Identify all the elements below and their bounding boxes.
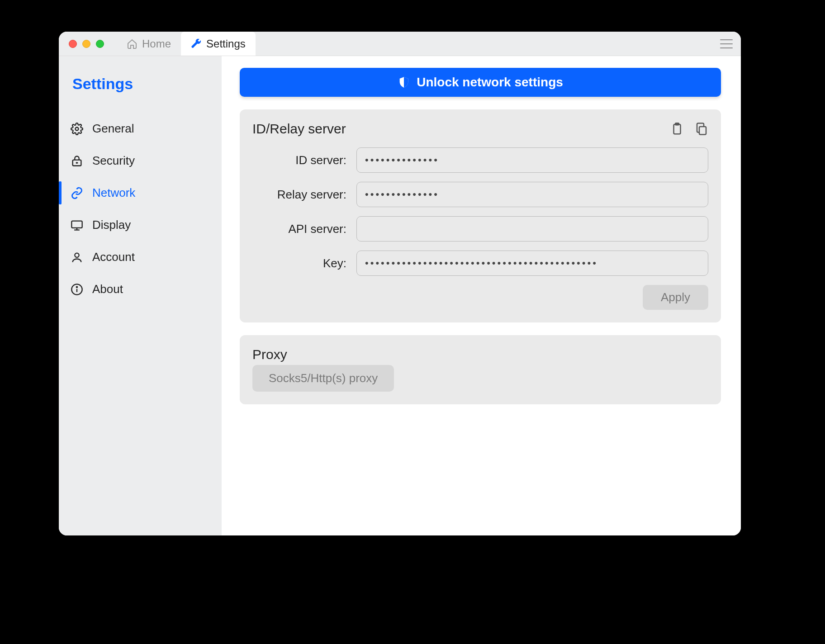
app-body: Settings General Security Network Displa… [59, 56, 741, 535]
home-icon [127, 38, 138, 49]
api-server-row: API server: [252, 216, 708, 242]
sidebar-item-general[interactable]: General [59, 113, 222, 145]
sidebar-item-label: Network [92, 186, 135, 200]
tab-settings-label: Settings [206, 38, 246, 50]
tab-strip: Home Settings [117, 32, 256, 56]
svg-rect-11 [674, 124, 681, 134]
proxy-panel-title: Proxy [252, 347, 708, 362]
svg-point-0 [76, 127, 79, 130]
apply-button[interactable]: Apply [643, 285, 708, 310]
sidebar-item-label: Display [92, 218, 131, 232]
info-icon [71, 283, 83, 296]
gear-icon [71, 123, 83, 135]
sidebar-item-network[interactable]: Network [59, 177, 222, 209]
api-server-label: API server: [252, 222, 356, 236]
shield-icon [398, 76, 410, 89]
person-icon [71, 251, 83, 264]
panel-title: ID/Relay server [252, 121, 346, 137]
maximize-window-button[interactable] [96, 40, 104, 48]
sidebar-item-label: Security [92, 154, 135, 168]
relay-server-row: Relay server: [252, 182, 708, 207]
sidebar-item-label: Account [92, 250, 135, 264]
svg-rect-4 [71, 221, 82, 227]
relay-server-label: Relay server: [252, 188, 356, 202]
wrench-icon [191, 38, 202, 49]
svg-rect-13 [699, 127, 706, 135]
sidebar-item-account[interactable]: Account [59, 241, 222, 273]
key-row: Key: [252, 251, 708, 276]
sidebar-item-display[interactable]: Display [59, 209, 222, 241]
api-server-input[interactable] [356, 216, 708, 242]
panel-header: ID/Relay server [252, 121, 708, 137]
content-area: Unlock network settings ID/Relay server … [222, 56, 741, 535]
sidebar-item-about[interactable]: About [59, 273, 222, 305]
sidebar-item-label: About [92, 282, 123, 296]
svg-point-10 [76, 286, 77, 287]
apply-row: Apply [252, 285, 708, 310]
sidebar-item-security[interactable]: Security [59, 145, 222, 177]
id-server-input[interactable] [356, 147, 708, 173]
id-relay-panel: ID/Relay server ID server: Relay server:… [240, 109, 721, 322]
tab-home-label: Home [142, 38, 171, 50]
panel-actions [670, 122, 708, 136]
unlock-network-settings-button[interactable]: Unlock network settings [240, 68, 721, 97]
key-input[interactable] [356, 251, 708, 276]
minimize-window-button[interactable] [82, 40, 90, 48]
svg-point-7 [75, 253, 79, 257]
copy-icon[interactable] [695, 122, 708, 136]
monitor-icon [71, 219, 83, 232]
sidebar-title: Settings [59, 69, 222, 113]
traffic-lights [69, 40, 104, 48]
id-server-label: ID server: [252, 153, 356, 167]
id-server-row: ID server: [252, 147, 708, 173]
proxy-panel: Proxy Socks5/Http(s) proxy [240, 335, 721, 404]
socks5-proxy-button[interactable]: Socks5/Http(s) proxy [252, 365, 394, 392]
tab-settings[interactable]: Settings [181, 32, 256, 56]
link-icon [71, 187, 83, 199]
tab-home[interactable]: Home [117, 32, 181, 56]
lock-icon [71, 155, 83, 167]
key-label: Key: [252, 256, 356, 270]
menu-button[interactable] [720, 39, 733, 48]
paste-icon[interactable] [670, 122, 684, 136]
titlebar: Home Settings [59, 32, 741, 56]
relay-server-input[interactable] [356, 182, 708, 207]
sidebar: Settings General Security Network Displa… [59, 56, 222, 535]
unlock-button-label: Unlock network settings [417, 75, 563, 90]
sidebar-item-label: General [92, 122, 134, 136]
app-window: Home Settings Settings General Security [59, 32, 741, 535]
close-window-button[interactable] [69, 40, 77, 48]
